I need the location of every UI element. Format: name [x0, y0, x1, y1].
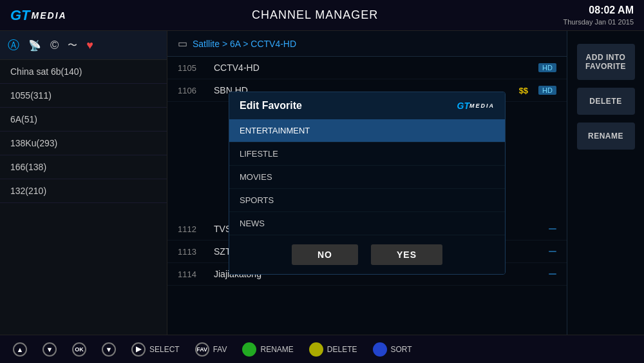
list-item[interactable]: 1055(311) — [0, 84, 167, 108]
edit-favorite-modal: Edit Favorite GT MEDIA ENTERTAINMENT LIF… — [229, 92, 506, 275]
footer-fav: FAV FAV — [195, 342, 227, 357]
all-icon[interactable]: Ⓐ — [8, 37, 19, 53]
delete-circle[interactable] — [309, 342, 323, 357]
modal-logo-media: MEDIA — [469, 103, 495, 109]
modal-buttons: NO YES — [229, 235, 505, 274]
rename-footer-label: RENAME — [260, 345, 293, 354]
sort-circle[interactable] — [373, 342, 387, 357]
footer-right: ▶ SELECT — [131, 342, 180, 357]
modal-no-button[interactable]: NO — [292, 244, 358, 265]
copyright-icon[interactable]: © — [50, 39, 59, 52]
modal-item-sports[interactable]: SPORTS — [229, 189, 505, 212]
footer-down2: ▼ — [102, 342, 116, 357]
header: GT MEDIA CHANNEL MANAGER 08:02 AM Thursd… — [0, 0, 644, 31]
modal-logo: GT MEDIA — [457, 101, 495, 111]
list-item[interactable]: 132(210) — [0, 179, 167, 203]
sort-footer-label: SORT — [391, 345, 412, 354]
delete-button[interactable]: DELETE — [577, 88, 635, 115]
up-button[interactable]: ▲ — [13, 342, 27, 357]
modal-item-lifestle[interactable]: LIFESTLE — [229, 142, 505, 166]
list-item[interactable]: China sat 6b(140) — [0, 60, 167, 84]
select-label: SELECT — [149, 345, 180, 354]
rename-button[interactable]: RENAME — [577, 123, 635, 150]
heart-icon[interactable]: ♥ — [86, 39, 93, 52]
time-display: 08:02 AM — [564, 4, 634, 17]
footer-delete: DELETE — [309, 342, 357, 357]
list-item[interactable]: 138Ku(293) — [0, 132, 167, 155]
main-layout: Ⓐ 📡 © 〜 ♥ China sat 6b(140) 1055(311) 6A… — [0, 31, 644, 335]
footer-ok: OK — [72, 342, 86, 357]
ok-button[interactable]: OK — [72, 342, 86, 357]
logo-gt: GT — [10, 7, 30, 24]
modal-logo-gt: GT — [457, 101, 469, 111]
footer-rename: RENAME — [242, 342, 293, 357]
modal-item-entertainment[interactable]: ENTERTAINMENT — [229, 119, 505, 142]
add-favorite-button[interactable]: ADD INTOFAVORITE — [577, 44, 635, 80]
modal-item-movies[interactable]: MOVIES — [229, 166, 505, 189]
down-button[interactable]: ▼ — [43, 342, 57, 357]
list-item[interactable]: 166(138) — [0, 155, 167, 179]
footer-sort: SORT — [373, 342, 412, 357]
channel-area: ▭ Satllite > 6A > CCTV4-HD 1105 CCTV4-HD… — [167, 31, 567, 335]
right-panel: ADD INTOFAVORITE DELETE RENAME — [567, 31, 644, 335]
modal-yes-button[interactable]: YES — [371, 244, 442, 265]
fav-label: FAV — [213, 345, 227, 354]
header-time: 08:02 AM Thursday Jan 01 2015 — [564, 4, 634, 26]
modal-item-news[interactable]: NEWS — [229, 212, 505, 235]
modal-body: ENTERTAINMENT LIFESTLE MOVIES SPORTS NEW… — [229, 119, 505, 235]
right-button[interactable]: ▶ — [131, 342, 146, 357]
sidebar: Ⓐ 📡 © 〜 ♥ China sat 6b(140) 1055(311) 6A… — [0, 31, 167, 335]
signal-icon[interactable]: 📡 — [28, 39, 41, 52]
fav-button[interactable]: FAV — [195, 342, 209, 357]
wifi-icon[interactable]: 〜 — [68, 39, 77, 52]
list-item[interactable]: 6A(51) — [0, 108, 167, 132]
down2-button[interactable]: ▼ — [102, 342, 116, 357]
modal-title: Edit Favorite — [240, 100, 302, 112]
page-title: CHANNEL MANAGER — [252, 8, 378, 22]
sidebar-icon-bar: Ⓐ 📡 © 〜 ♥ — [0, 31, 167, 60]
sidebar-list: China sat 6b(140) 1055(311) 6A(51) 138Ku… — [0, 60, 167, 335]
modal-header: Edit Favorite GT MEDIA — [229, 92, 505, 119]
delete-footer-label: DELETE — [327, 345, 357, 354]
date-display: Thursday Jan 01 2015 — [564, 17, 634, 26]
footer-up: ▲ — [13, 342, 27, 357]
logo-media: MEDIA — [32, 10, 67, 21]
rename-circle[interactable] — [242, 342, 256, 357]
footer: ▲ ▼ OK ▼ ▶ SELECT FAV FAV RENAME DELETE … — [0, 335, 644, 363]
footer-down: ▼ — [43, 342, 57, 357]
modal-overlay: Edit Favorite GT MEDIA ENTERTAINMENT LIF… — [167, 31, 567, 335]
logo: GT MEDIA — [10, 7, 67, 24]
